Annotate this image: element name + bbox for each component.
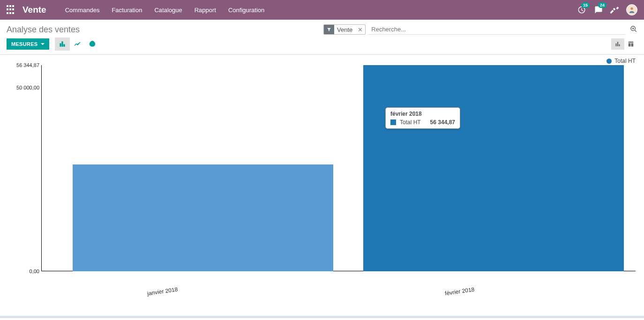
avatar-icon: [628, 6, 636, 14]
measures-button[interactable]: MESURES: [7, 38, 49, 50]
bar-cell-feb: [363, 65, 624, 271]
view-pivot-button[interactable]: [624, 38, 637, 50]
apps-grid-icon[interactable]: [7, 5, 16, 15]
bar-cell-jan: [73, 65, 333, 271]
bar-feb[interactable]: [363, 65, 624, 271]
topnav-right: 15 24: [577, 4, 637, 15]
debug-button[interactable]: [610, 5, 620, 15]
y-axis: 56 344,87 50 000,00 0,00: [7, 65, 41, 271]
caret-down-icon: [41, 43, 45, 45]
activities-badge: 15: [581, 2, 590, 8]
search-expand-button[interactable]: [630, 25, 637, 34]
footer-scroll-area: [0, 316, 644, 318]
menu-configuration[interactable]: Configuration: [228, 7, 264, 14]
pie-chart-icon: [89, 40, 96, 48]
bars-container: [43, 65, 636, 271]
view-switcher: [611, 38, 637, 50]
tooltip-value: 56 344,87: [430, 119, 455, 126]
svg-point-0: [630, 7, 633, 10]
tooltip-title: février 2018: [390, 111, 455, 117]
magnify-plus-icon: [630, 25, 637, 33]
wrench-icon: [610, 5, 620, 15]
discuss-badge: 24: [598, 2, 607, 8]
activities-button[interactable]: 15: [577, 5, 587, 15]
chart-tooltip: février 2018 Total HT 56 344,87: [385, 107, 460, 129]
search-facet: Vente ✕: [323, 24, 366, 35]
control-panel: Analyse des ventes Vente ✕ MESURES: [0, 20, 644, 55]
bar-chart-icon: [59, 40, 66, 48]
menu-catalogue[interactable]: Catalogue: [154, 7, 182, 14]
discuss-button[interactable]: 24: [593, 5, 604, 15]
y-tick-max: 56 344,87: [16, 62, 39, 68]
filter-icon: [324, 25, 334, 34]
chart-area: Total HT 56 344,87 50 000,00 0,00 janvie…: [0, 55, 644, 298]
menu-rapport[interactable]: Rapport: [195, 7, 216, 14]
user-avatar[interactable]: [626, 4, 637, 15]
search-input[interactable]: [368, 24, 625, 35]
page-title: Analyse des ventes: [7, 25, 80, 35]
legend-color-swatch: [607, 59, 612, 64]
pivot-view-icon: [628, 41, 634, 47]
top-navigation: Vente Commandes Facturation Catalogue Ra…: [0, 0, 644, 20]
y-tick-50000: 50 000,00: [16, 85, 39, 90]
legend-label: Total HT: [614, 58, 636, 64]
chart-type-group: [55, 37, 100, 51]
line-chart-icon: [74, 40, 81, 48]
menu-facturation[interactable]: Facturation: [112, 7, 142, 14]
app-brand: Vente: [22, 5, 46, 15]
graph-view-icon: [614, 41, 621, 47]
main-menu: Commandes Facturation Catalogue Rapport …: [65, 7, 265, 14]
chart-plot: 56 344,87 50 000,00 0,00 janvier 2018 fé…: [7, 65, 637, 295]
view-graph-button[interactable]: [611, 38, 624, 50]
search-facet-remove[interactable]: ✕: [355, 26, 365, 33]
chart-type-line-button[interactable]: [70, 37, 85, 51]
menu-commandes[interactable]: Commandes: [65, 7, 100, 14]
tooltip-series-label: Total HT: [400, 119, 421, 126]
search-area: Vente ✕: [323, 24, 637, 35]
search-facet-value: Vente: [334, 26, 355, 33]
control-panel-top: Analyse des ventes Vente ✕: [0, 20, 644, 37]
y-tick-zero: 0,00: [30, 268, 39, 274]
y-axis-line: [41, 65, 42, 271]
tooltip-swatch: [390, 119, 396, 125]
chart-type-bar-button[interactable]: [55, 37, 70, 51]
control-panel-bottom: MESURES: [0, 37, 644, 54]
x-tick-feb: février 2018: [444, 286, 475, 297]
measures-button-label: MESURES: [11, 41, 38, 47]
bar-jan[interactable]: [73, 164, 333, 271]
chart-legend[interactable]: Total HT: [607, 58, 636, 64]
x-tick-jan: janvier 2018: [147, 286, 178, 297]
chart-type-pie-button[interactable]: [85, 37, 100, 51]
